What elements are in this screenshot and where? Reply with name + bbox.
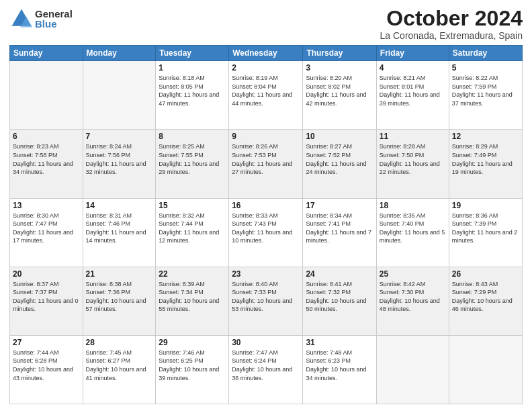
calendar-day-17: 17Sunrise: 8:34 AM Sunset: 7:41 PM Dayli…: [303, 198, 376, 267]
calendar-day-29: 29Sunrise: 7:46 AM Sunset: 6:25 PM Dayli…: [156, 335, 229, 404]
day-number: 8: [159, 132, 226, 141]
day-number: 27: [13, 338, 80, 347]
title-block: October 2024 La Coronada, Extremadura, S…: [380, 7, 523, 41]
day-number: 2: [232, 63, 300, 73]
weekday-header-saturday: Saturday: [449, 46, 522, 61]
month-title: October 2024: [380, 7, 523, 30]
calendar-day-5: 5Sunrise: 8:22 AM Sunset: 7:59 PM Daylig…: [449, 61, 522, 130]
calendar-day-6: 6Sunrise: 8:23 AM Sunset: 7:58 PM Daylig…: [10, 130, 83, 198]
calendar-day-28: 28Sunrise: 7:45 AM Sunset: 6:27 PM Dayli…: [83, 335, 156, 404]
logo-general-text: General: [35, 9, 73, 19]
day-number: 13: [13, 201, 80, 210]
calendar-day-22: 22Sunrise: 8:39 AM Sunset: 7:34 PM Dayli…: [156, 267, 229, 335]
calendar-empty-cell: [449, 335, 522, 404]
logo-icon: [9, 7, 34, 31]
calendar-week-row: 13Sunrise: 8:30 AM Sunset: 7:47 PM Dayli…: [10, 198, 523, 267]
weekday-header-tuesday: Tuesday: [156, 46, 229, 61]
day-info: Sunrise: 7:48 AM Sunset: 6:23 PM Dayligh…: [306, 349, 373, 382]
calendar-day-1: 1Sunrise: 8:18 AM Sunset: 8:05 PM Daylig…: [156, 61, 229, 130]
day-number: 1: [159, 63, 226, 73]
day-info: Sunrise: 8:43 AM Sunset: 7:29 PM Dayligh…: [452, 280, 519, 314]
day-info: Sunrise: 8:32 AM Sunset: 7:44 PM Dayligh…: [159, 212, 226, 245]
calendar-week-row: 20Sunrise: 8:37 AM Sunset: 7:37 PM Dayli…: [10, 267, 523, 335]
logo: General Blue: [9, 7, 73, 31]
day-info: Sunrise: 8:31 AM Sunset: 7:46 PM Dayligh…: [86, 212, 153, 245]
weekday-header-friday: Friday: [376, 46, 449, 61]
day-number: 10: [306, 132, 373, 141]
header: General Blue October 2024 La Coronada, E…: [9, 7, 523, 41]
day-info: Sunrise: 8:23 AM Sunset: 7:58 PM Dayligh…: [13, 142, 80, 176]
day-info: Sunrise: 7:45 AM Sunset: 6:27 PM Dayligh…: [86, 349, 153, 382]
calendar-day-8: 8Sunrise: 8:25 AM Sunset: 7:55 PM Daylig…: [156, 130, 229, 198]
page: General Blue October 2024 La Coronada, E…: [0, 0, 532, 411]
day-number: 24: [306, 269, 373, 279]
calendar-day-25: 25Sunrise: 8:42 AM Sunset: 7:30 PM Dayli…: [376, 267, 449, 335]
day-number: 25: [380, 269, 446, 279]
calendar-day-27: 27Sunrise: 7:44 AM Sunset: 6:28 PM Dayli…: [10, 335, 83, 404]
day-number: 18: [380, 201, 446, 210]
day-info: Sunrise: 8:36 AM Sunset: 7:39 PM Dayligh…: [452, 212, 519, 245]
day-info: Sunrise: 8:40 AM Sunset: 7:33 PM Dayligh…: [232, 280, 300, 314]
logo-text: General Blue: [35, 9, 73, 29]
weekday-header-thursday: Thursday: [303, 46, 376, 61]
logo-blue-text: Blue: [35, 19, 73, 29]
day-number: 6: [13, 132, 80, 141]
day-number: 22: [159, 269, 226, 279]
day-info: Sunrise: 8:24 AM Sunset: 7:56 PM Dayligh…: [86, 142, 153, 176]
day-number: 19: [452, 201, 519, 210]
calendar-day-19: 19Sunrise: 8:36 AM Sunset: 7:39 PM Dayli…: [449, 198, 522, 267]
day-number: 23: [232, 269, 300, 279]
day-info: Sunrise: 7:44 AM Sunset: 6:28 PM Dayligh…: [13, 349, 80, 382]
day-number: 31: [306, 338, 373, 347]
day-number: 16: [232, 201, 300, 210]
calendar-day-4: 4Sunrise: 8:21 AM Sunset: 8:01 PM Daylig…: [376, 61, 449, 130]
calendar-day-13: 13Sunrise: 8:30 AM Sunset: 7:47 PM Dayli…: [10, 198, 83, 267]
day-info: Sunrise: 7:47 AM Sunset: 6:24 PM Dayligh…: [232, 349, 300, 382]
calendar-day-16: 16Sunrise: 8:33 AM Sunset: 7:43 PM Dayli…: [229, 198, 303, 267]
day-number: 20: [13, 269, 80, 279]
day-info: Sunrise: 8:38 AM Sunset: 7:36 PM Dayligh…: [86, 280, 153, 314]
day-number: 15: [159, 201, 226, 210]
day-number: 3: [306, 63, 373, 73]
day-info: Sunrise: 8:27 AM Sunset: 7:52 PM Dayligh…: [306, 142, 373, 176]
calendar-day-31: 31Sunrise: 7:48 AM Sunset: 6:23 PM Dayli…: [303, 335, 376, 404]
day-info: Sunrise: 8:22 AM Sunset: 7:59 PM Dayligh…: [452, 74, 519, 107]
day-info: Sunrise: 8:19 AM Sunset: 8:04 PM Dayligh…: [232, 74, 300, 107]
calendar-day-21: 21Sunrise: 8:38 AM Sunset: 7:36 PM Dayli…: [83, 267, 156, 335]
day-info: Sunrise: 8:18 AM Sunset: 8:05 PM Dayligh…: [159, 74, 226, 107]
location-subtitle: La Coronada, Extremadura, Spain: [380, 30, 523, 41]
calendar-day-26: 26Sunrise: 8:43 AM Sunset: 7:29 PM Dayli…: [449, 267, 522, 335]
day-info: Sunrise: 8:25 AM Sunset: 7:55 PM Dayligh…: [159, 142, 226, 176]
day-number: 12: [452, 132, 519, 141]
calendar-day-12: 12Sunrise: 8:29 AM Sunset: 7:49 PM Dayli…: [449, 130, 522, 198]
calendar-day-2: 2Sunrise: 8:19 AM Sunset: 8:04 PM Daylig…: [229, 61, 303, 130]
day-info: Sunrise: 8:30 AM Sunset: 7:47 PM Dayligh…: [13, 212, 80, 245]
day-info: Sunrise: 8:20 AM Sunset: 8:02 PM Dayligh…: [306, 74, 373, 107]
calendar-day-14: 14Sunrise: 8:31 AM Sunset: 7:46 PM Dayli…: [83, 198, 156, 267]
calendar-week-row: 6Sunrise: 8:23 AM Sunset: 7:58 PM Daylig…: [10, 130, 523, 198]
weekday-header-sunday: Sunday: [10, 46, 83, 61]
calendar-day-10: 10Sunrise: 8:27 AM Sunset: 7:52 PM Dayli…: [303, 130, 376, 198]
calendar-empty-cell: [10, 61, 83, 130]
calendar-week-row: 1Sunrise: 8:18 AM Sunset: 8:05 PM Daylig…: [10, 61, 523, 130]
weekday-header-row: SundayMondayTuesdayWednesdayThursdayFrid…: [10, 46, 523, 61]
calendar-empty-cell: [83, 61, 156, 130]
weekday-header-wednesday: Wednesday: [229, 46, 303, 61]
day-number: 28: [86, 338, 153, 347]
calendar-day-30: 30Sunrise: 7:47 AM Sunset: 6:24 PM Dayli…: [229, 335, 303, 404]
day-number: 14: [86, 201, 153, 210]
calendar-day-20: 20Sunrise: 8:37 AM Sunset: 7:37 PM Dayli…: [10, 267, 83, 335]
calendar-day-3: 3Sunrise: 8:20 AM Sunset: 8:02 PM Daylig…: [303, 61, 376, 130]
calendar-week-row: 27Sunrise: 7:44 AM Sunset: 6:28 PM Dayli…: [10, 335, 523, 404]
day-number: 5: [452, 63, 519, 73]
calendar-day-7: 7Sunrise: 8:24 AM Sunset: 7:56 PM Daylig…: [83, 130, 156, 198]
calendar-table: SundayMondayTuesdayWednesdayThursdayFrid…: [9, 45, 523, 404]
day-info: Sunrise: 8:21 AM Sunset: 8:01 PM Dayligh…: [380, 74, 446, 107]
calendar-day-15: 15Sunrise: 8:32 AM Sunset: 7:44 PM Dayli…: [156, 198, 229, 267]
calendar-day-24: 24Sunrise: 8:41 AM Sunset: 7:32 PM Dayli…: [303, 267, 376, 335]
day-number: 4: [380, 63, 446, 73]
day-number: 29: [159, 338, 226, 347]
day-info: Sunrise: 8:37 AM Sunset: 7:37 PM Dayligh…: [13, 280, 80, 314]
day-info: Sunrise: 7:46 AM Sunset: 6:25 PM Dayligh…: [159, 349, 226, 382]
weekday-header-monday: Monday: [83, 46, 156, 61]
